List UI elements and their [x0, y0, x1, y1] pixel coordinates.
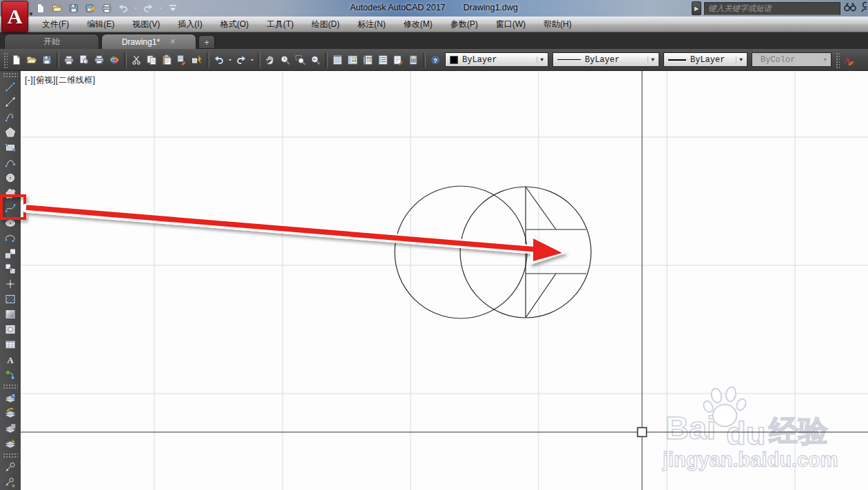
qat-save-as-button[interactable] [83, 1, 98, 15]
tool-ellipse-button[interactable] [1, 216, 19, 231]
tool-make-block-button[interactable] [1, 261, 19, 276]
toolbar-publish-button[interactable] [92, 52, 107, 68]
menu-item-6[interactable]: 绘图(D) [302, 17, 349, 32]
tool-construction-line-button[interactable] [1, 94, 19, 110]
toolbar-properties-button[interactable] [330, 52, 345, 68]
tool-polyline-button[interactable] [1, 110, 19, 125]
menu-item-11[interactable]: 帮助(H) [535, 17, 581, 32]
tool-mtext-button[interactable]: A [1, 352, 19, 367]
tool-table-button[interactable] [1, 337, 19, 352]
toolbar-undo-button[interactable] [211, 52, 227, 68]
menu-item-3[interactable]: 插入(I) [169, 17, 211, 32]
toolbar-copy-button[interactable] [144, 52, 159, 68]
drawing-canvas[interactable] [21, 71, 868, 490]
menu-item-10[interactable]: 窗口(W) [487, 17, 535, 32]
tool-insert-block-button[interactable] [1, 246, 19, 261]
qat-dropdown-button[interactable] [157, 1, 164, 15]
qat-open-button[interactable] [50, 1, 65, 15]
tool-gradient-button[interactable] [1, 307, 19, 322]
toolbar-quickcalc-button[interactable] [406, 52, 421, 68]
tool-layer-match-button[interactable] [1, 436, 19, 451]
menu-item-2[interactable]: 视图(V) [123, 17, 169, 32]
color-control[interactable]: ByLayer▼ [445, 52, 548, 67]
toolbar-open-button[interactable] [24, 52, 39, 68]
menu-item-8[interactable]: 修改(M) [395, 17, 442, 32]
toolbar-save-button[interactable] [39, 52, 54, 68]
menu-item-5[interactable]: 工具(T) [258, 17, 302, 32]
tool-point-style-button[interactable] [1, 367, 19, 382]
toolbar-plot-button[interactable] [61, 52, 76, 68]
toolbar-globe-3d-button[interactable] [107, 52, 122, 68]
polyline-icon [5, 112, 16, 123]
account-person-icon[interactable] [860, 1, 867, 15]
toolbar-grip[interactable] [835, 52, 840, 68]
tool-rectangle-button[interactable] [1, 140, 19, 155]
menu-item-4[interactable]: 格式(O) [211, 17, 258, 32]
menu-item-0[interactable]: 文件(F) [33, 17, 78, 32]
toolbar-new-button[interactable] [9, 52, 24, 68]
toolbar-markup-manager-button[interactable] [391, 52, 406, 68]
toolbar-zoom-window-button[interactable] [293, 52, 308, 68]
lineweight-control[interactable]: ByLayer▼ [663, 52, 747, 67]
search-input[interactable] [704, 2, 840, 15]
tool-layer-current-button[interactable] [1, 391, 19, 406]
tool-hatch-button[interactable] [1, 292, 19, 307]
tool-ellipse-arc-button[interactable] [1, 231, 19, 246]
qat-undo-button[interactable] [116, 1, 131, 15]
qat-dropdown-button[interactable] [132, 1, 139, 15]
toolbar-zoom-previous-button[interactable] [308, 52, 323, 68]
tool-line-button[interactable] [1, 79, 19, 94]
tool-multileader-add-button[interactable] [1, 475, 19, 490]
tool-region-button[interactable] [1, 322, 19, 337]
redo-icon [236, 54, 247, 65]
tool-layer-previous-button[interactable] [1, 406, 19, 421]
qat-customize-button[interactable] [165, 1, 180, 15]
tool-layer-states-button[interactable] [1, 421, 19, 436]
linetype-control[interactable]: ByLayer▼ [552, 52, 659, 67]
toolbar-dropdown-button[interactable] [249, 52, 256, 68]
new-tab-button[interactable]: + [198, 35, 215, 49]
draw-toolbar-grip[interactable] [3, 72, 18, 78]
menu-item-1[interactable]: 编辑(E) [78, 17, 123, 32]
polygon-icon [5, 127, 16, 138]
qat-save-button[interactable] [66, 1, 81, 15]
tab-close-icon[interactable]: ✕ [169, 37, 176, 46]
toolbar-annotate-a-button[interactable]: A [841, 52, 856, 68]
file-tab-0[interactable]: 开始 [4, 34, 99, 49]
tool-polygon-button[interactable] [1, 125, 19, 140]
toolbar-paste-button[interactable] [159, 52, 174, 68]
toolbar-sheet-set-manager-button[interactable] [375, 52, 391, 68]
logo-dropdown-arrow-icon[interactable]: ▼ [28, 11, 34, 17]
toolbar-designcenter-button[interactable] [345, 52, 360, 68]
toolbar-cut-button[interactable] [129, 52, 144, 68]
draw-toolbar-grip[interactable] [3, 453, 18, 458]
autocad-logo-menu-button[interactable]: A [1, 1, 28, 32]
tool-point-button[interactable] [1, 276, 19, 292]
tool-circle-button[interactable] [1, 170, 19, 185]
toolbar-zoom-realtime-button[interactable] [278, 52, 293, 68]
toolbar-tool-palettes-button[interactable] [360, 52, 375, 68]
draw-toolbar-grip[interactable] [3, 384, 18, 389]
toolbar-match-properties-button[interactable] [174, 52, 189, 68]
plotstyle-control[interactable]: ByColor▼ [752, 52, 831, 67]
viewport-controls[interactable]: [-][俯视][二维线框] [25, 74, 96, 86]
toolbar-pan-button[interactable] [262, 52, 278, 68]
search-expand-button[interactable]: ▶ [692, 1, 701, 15]
qat-redo-button[interactable] [141, 1, 156, 15]
toolbar-preview-button[interactable] [76, 52, 92, 68]
toolbar-help-button[interactable]: ? [428, 52, 443, 68]
binoculars-search-icon[interactable] [843, 1, 857, 15]
tool-revision-cloud-button[interactable] [1, 185, 19, 201]
toolbar-block-editor-button[interactable] [189, 52, 205, 68]
qat-new-button[interactable] [33, 1, 48, 15]
tool-spline-button[interactable] [1, 201, 19, 216]
tool-arc-button[interactable] [1, 155, 19, 170]
toolbar-redo-button[interactable] [234, 52, 249, 68]
toolbar-grip[interactable] [3, 52, 8, 68]
menu-item-7[interactable]: 标注(N) [349, 17, 395, 32]
qat-plot-button[interactable] [99, 1, 114, 15]
file-tab-1[interactable]: Drawing1*✕ [101, 34, 196, 49]
toolbar-dropdown-button[interactable] [227, 52, 234, 68]
menu-item-9[interactable]: 参数(P) [442, 17, 487, 32]
tool-multileader-button[interactable] [1, 460, 19, 475]
